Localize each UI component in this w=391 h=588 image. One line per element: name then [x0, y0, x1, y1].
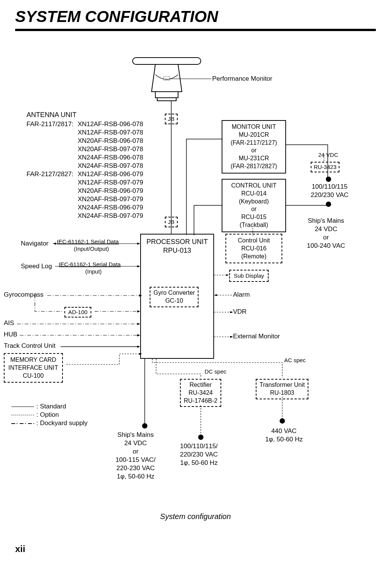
antenna-icon	[129, 54, 205, 107]
transformer-box: Transformer Unit RU-1803	[256, 379, 308, 399]
spec-branches	[152, 359, 292, 382]
supply-mid: 100/110/115/ 220/230 VAC 1φ, 50-60 Hz	[180, 442, 218, 467]
rectifier-dot	[198, 435, 203, 440]
ext-monitor-line	[214, 336, 233, 338]
track-label: Track Control Unit	[4, 342, 55, 350]
ext-monitor-label: External Monitor	[233, 332, 280, 341]
ships-mains-left: Ship's Mains 24 VDC or 100-115 VAC/ 220-…	[116, 431, 156, 481]
svg-marker-17	[137, 242, 140, 245]
figure-caption: System configuration	[15, 512, 376, 521]
rectifier-line	[200, 405, 202, 436]
hub-label: HUB	[4, 330, 17, 339]
ais-label: AIS	[4, 319, 14, 327]
control-unit-box: CONTROL UNIT RCU-014 (Keyboard) or RCU-0…	[222, 179, 286, 232]
rectifier-box: Rectifier RU-3424 RU-1746B-2	[180, 379, 221, 407]
memcard-line	[66, 353, 142, 368]
alarm-label: Alarm	[233, 291, 250, 299]
speedlog-line	[55, 265, 142, 267]
system-diagram: Performance Monitor ANTENNA UNIT FAR-211…	[15, 54, 379, 508]
legend: : Standard : Option : Dockyard supply	[11, 402, 88, 427]
antenna-g2-label: FAR-2127/2827:	[27, 170, 74, 178]
speedlog-io: (Input)	[85, 268, 102, 275]
svg-marker-30	[139, 353, 142, 355]
monitor-unit-box: MONITOR UNIT MU-201CR (FAR-2117/2127) or…	[222, 120, 286, 174]
ais-line	[17, 323, 142, 325]
svg-marker-27	[137, 334, 140, 336]
antenna-to-proc-line	[170, 101, 172, 234]
antenna-g2-list: XN12AF-RSB-096-079 XN12AF-RSB-097-079 XN…	[78, 170, 143, 220]
svg-marker-11	[214, 294, 217, 296]
memory-card-box: MEMORY CARD INTERFACE UNIT CU-100	[4, 353, 63, 383]
track-line	[61, 346, 142, 348]
antenna-g1-list: XN12AF-RSB-096-078 XN12AF-RSB-097-078 XN…	[78, 120, 143, 170]
svg-marker-13	[230, 311, 233, 313]
control-remote-link	[252, 228, 253, 236]
transformer-dot	[280, 418, 285, 424]
svg-marker-23	[137, 310, 140, 313]
svg-marker-20	[137, 265, 140, 267]
transformer-line	[282, 397, 283, 419]
navigator-label: Navigator	[21, 239, 48, 248]
svg-marker-25	[137, 323, 140, 325]
alarm-line	[214, 294, 233, 296]
ships-mains-right: Ship's Mains 24 VDC or 100-240 VAC	[307, 217, 345, 250]
gyro-converter-box: Gyro Converter GC-10	[150, 287, 199, 307]
vdr-label: VDR	[233, 308, 247, 316]
control-unit-remote-box: Control Unit RCU-016 (Remote)	[225, 234, 282, 263]
sub-display-line	[214, 274, 231, 276]
svg-marker-15	[230, 336, 233, 338]
speedlog-label: Speed Log	[21, 262, 52, 271]
ad100-line	[34, 295, 144, 314]
ships-mains-dot	[142, 423, 147, 428]
svg-rect-2	[157, 98, 176, 101]
svg-marker-29	[137, 346, 140, 348]
perf-monitor-label: Performance Monitor	[212, 75, 272, 83]
svg-rect-1	[155, 92, 178, 98]
proc-power-line	[144, 359, 145, 425]
supply-right: 440 VAC 1φ, 50-60 Hz	[265, 427, 303, 444]
proc-control-line	[193, 203, 224, 236]
svg-marker-9	[226, 274, 228, 276]
page-number: xii	[15, 544, 376, 554]
vdr-line	[214, 311, 233, 313]
navigator-line	[53, 242, 142, 245]
hub-line	[20, 334, 142, 336]
navigator-io: (Input/Output)	[74, 246, 109, 252]
title-divider	[15, 29, 376, 31]
sub-display-box: Sub Display	[229, 270, 269, 282]
right-supply-lines	[286, 137, 362, 213]
page-title: SYSTEM CONFIGURATION	[15, 8, 376, 26]
perf-monitor-line	[170, 78, 211, 80]
svg-marker-18	[53, 242, 56, 245]
antenna-heading: ANTENNA UNIT	[27, 111, 77, 119]
svg-rect-0	[133, 58, 201, 64]
antenna-g1-label: FAR-2117/2817:	[27, 120, 74, 128]
